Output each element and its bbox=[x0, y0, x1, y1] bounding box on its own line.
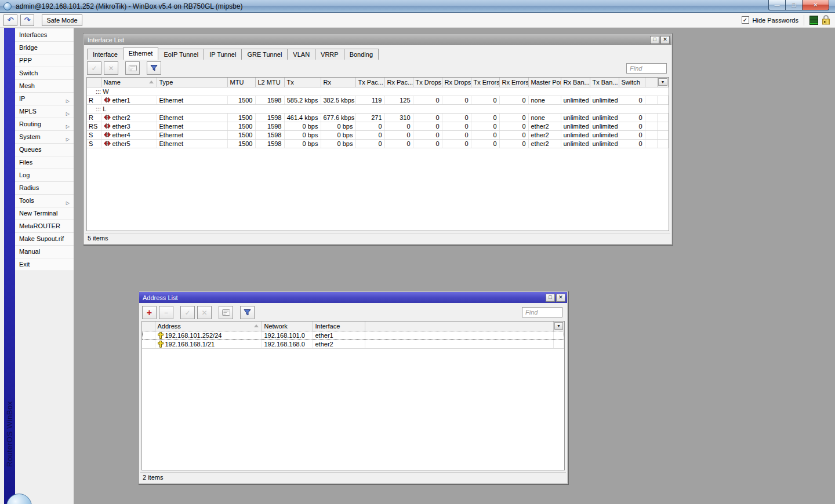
column-header-type[interactable]: Type bbox=[157, 78, 227, 87]
sidebar-item-metarouter[interactable]: MetaROUTER bbox=[15, 220, 74, 233]
comment-row[interactable]: ::: L bbox=[87, 104, 669, 113]
enable-button[interactable]: ✓ bbox=[87, 61, 101, 75]
interface-row[interactable]: RS ether3 Ethernet 1500 1598 0 bps 0 bps… bbox=[87, 122, 669, 130]
column-header-network[interactable]: Network bbox=[262, 322, 313, 331]
titlebar[interactable]: admin@192.168.101.252 (MikroTik) - WinBo… bbox=[0, 0, 835, 13]
filter-button[interactable] bbox=[147, 61, 161, 75]
sidebar-item-mesh[interactable]: Mesh bbox=[15, 80, 74, 93]
column-selector-dropdown[interactable]: ▼ bbox=[658, 78, 667, 86]
sidebar-item-exit[interactable]: Exit bbox=[15, 258, 74, 271]
column-selector: ▼ bbox=[554, 322, 564, 331]
address-list-titlebar[interactable]: Address List □ ✕ bbox=[139, 292, 567, 303]
tab-interface[interactable]: Interface bbox=[87, 49, 124, 60]
tab-vrrp[interactable]: VRRP bbox=[315, 49, 344, 60]
window-controls: — ❐ ✕ bbox=[768, 0, 829, 10]
column-header-rx-errors[interactable]: Rx Errors bbox=[499, 78, 528, 87]
column-header-tx[interactable]: Tx bbox=[284, 78, 321, 87]
sidebar-item-queues[interactable]: Queues bbox=[15, 144, 74, 156]
sidebar-item-ip[interactable]: IP▷ bbox=[15, 93, 74, 105]
column-header-rx[interactable]: Rx bbox=[321, 78, 355, 87]
interface-list-close-button[interactable]: ✕ bbox=[660, 36, 670, 44]
column-header-tx-errors[interactable]: Tx Errors bbox=[471, 78, 499, 87]
disable-button[interactable]: ✕ bbox=[197, 306, 212, 319]
sidebar-item-routing[interactable]: Routing▷ bbox=[15, 118, 74, 131]
sidebar-item-manual[interactable]: Manual bbox=[15, 246, 74, 258]
sidebar-item-system[interactable]: System▷ bbox=[15, 131, 74, 144]
column-header-mtu[interactable]: MTU bbox=[227, 78, 255, 87]
sidebar-item-make-supout[interactable]: Make Supout.rif bbox=[15, 233, 74, 246]
safe-mode-button[interactable]: Safe Mode bbox=[42, 14, 82, 26]
minimize-button[interactable]: — bbox=[768, 0, 786, 10]
find-input[interactable] bbox=[522, 307, 562, 317]
interface-row[interactable]: R ether1 Ethernet 1500 1598 585.2 kbps 3… bbox=[87, 96, 669, 104]
column-header-tx-drops[interactable]: Tx Drops bbox=[413, 78, 442, 87]
window-title: admin@192.168.101.252 (MikroTik) - WinBo… bbox=[16, 2, 242, 10]
find-input[interactable] bbox=[626, 63, 667, 74]
tab-ethernet[interactable]: Ethernet bbox=[123, 48, 159, 60]
interface-row[interactable]: R ether2 Ethernet 1500 1598 461.4 kbps 6… bbox=[87, 113, 669, 122]
address-list-window: Address List □ ✕ + − ✓ ✕ bbox=[138, 291, 568, 484]
sidebar-item-new-terminal[interactable]: New Terminal bbox=[15, 207, 74, 220]
undo-button[interactable]: ↶ bbox=[3, 14, 17, 26]
connection-indicator-icon bbox=[809, 16, 818, 25]
sidebar-item-radius[interactable]: Radius bbox=[15, 182, 74, 195]
sidebar-item-mpls[interactable]: MPLS▷ bbox=[15, 105, 74, 118]
enable-button[interactable]: ✓ bbox=[180, 306, 195, 319]
tab-eoip-tunnel[interactable]: EoIP Tunnel bbox=[158, 49, 204, 60]
hide-passwords-label: Hide Passwords bbox=[753, 17, 798, 24]
column-header-flags[interactable] bbox=[142, 322, 155, 331]
column-header-flags[interactable] bbox=[87, 78, 101, 87]
interface-list-titlebar[interactable]: Interface List □ ✕ bbox=[84, 34, 671, 45]
address-list-close-button[interactable]: ✕ bbox=[556, 294, 565, 302]
column-header-name[interactable]: Name bbox=[101, 78, 157, 87]
remove-button[interactable]: − bbox=[159, 306, 173, 319]
column-selector-dropdown[interactable]: ▼ bbox=[554, 322, 563, 330]
address-row[interactable]: 192.168.101.252/24 192.168.101.0 ether1 bbox=[142, 331, 564, 339]
redo-button[interactable]: ↷ bbox=[20, 14, 34, 26]
close-button[interactable]: ✕ bbox=[803, 0, 829, 10]
sidebar-item-ppp[interactable]: PPP bbox=[15, 54, 74, 67]
sidebar-item-files[interactable]: Files bbox=[15, 156, 74, 169]
column-header-switch[interactable]: Switch bbox=[619, 78, 645, 87]
maximize-button[interactable]: ❐ bbox=[786, 0, 803, 10]
column-header-tx-packet[interactable]: Tx Pac... bbox=[355, 78, 384, 87]
tab-vlan[interactable]: VLAN bbox=[287, 49, 315, 60]
address-list-toolbar: + − ✓ ✕ bbox=[142, 306, 255, 319]
sidebar-item-interfaces[interactable]: Interfaces bbox=[15, 29, 74, 42]
add-button[interactable]: + bbox=[142, 306, 157, 319]
filter-button[interactable] bbox=[240, 306, 255, 319]
column-header-address[interactable]: Address bbox=[155, 322, 262, 331]
app-toolbar: ↶ ↷ Safe Mode ✓ Hide Passwords bbox=[0, 13, 835, 28]
disable-button[interactable]: ✕ bbox=[104, 61, 118, 75]
tab-gre-tunnel[interactable]: GRE Tunnel bbox=[241, 49, 288, 60]
column-header-rx-packet[interactable]: Rx Pac... bbox=[384, 78, 413, 87]
sidebar-item-tools[interactable]: Tools▷ bbox=[15, 195, 74, 207]
sidebar-item-log[interactable]: Log bbox=[15, 169, 74, 182]
hide-passwords-checkbox[interactable]: ✓ bbox=[742, 16, 749, 24]
interface-row[interactable]: S ether5 Ethernet 1500 1598 0 bps 0 bps … bbox=[87, 139, 669, 148]
winbox-app: admin@192.168.101.252 (MikroTik) - WinBo… bbox=[0, 0, 835, 504]
interface-list-maximize-button[interactable]: □ bbox=[650, 36, 659, 44]
filter-funnel-icon bbox=[244, 309, 251, 316]
address-list-maximize-button[interactable]: □ bbox=[546, 294, 555, 302]
tab-bonding[interactable]: Bonding bbox=[344, 49, 379, 60]
column-header-rx-drops[interactable]: Rx Drops bbox=[442, 78, 471, 87]
address-row[interactable]: 192.168.168.1/21 192.168.168.0 ether2 bbox=[142, 339, 564, 348]
minimize-icon: — bbox=[775, 2, 780, 8]
column-header-l2mtu[interactable]: L2 MTU bbox=[255, 78, 284, 87]
address-icon bbox=[158, 341, 164, 348]
comment-button[interactable] bbox=[219, 306, 233, 319]
tab-ip-tunnel[interactable]: IP Tunnel bbox=[204, 49, 242, 60]
sidebar-item-bridge[interactable]: Bridge bbox=[15, 42, 74, 54]
column-header-tx-bandwidth[interactable]: Tx Ban... bbox=[590, 78, 619, 87]
remove-icon: − bbox=[164, 309, 168, 317]
comment-button[interactable] bbox=[125, 61, 140, 75]
column-header-rx-bandwidth[interactable]: Rx Ban... bbox=[561, 78, 590, 87]
column-header-interface[interactable]: Interface bbox=[313, 322, 365, 331]
sort-ascending-icon bbox=[149, 81, 154, 83]
comment-row[interactable]: ::: W bbox=[87, 87, 669, 96]
interface-list-window: Interface List □ ✕ Interface Ethernet Eo… bbox=[83, 33, 673, 245]
interface-row[interactable]: S ether4 Ethernet 1500 1598 0 bps 0 bps … bbox=[87, 130, 669, 139]
column-header-master-port[interactable]: Master Port bbox=[528, 78, 561, 87]
sidebar-item-switch[interactable]: Switch bbox=[15, 67, 74, 80]
